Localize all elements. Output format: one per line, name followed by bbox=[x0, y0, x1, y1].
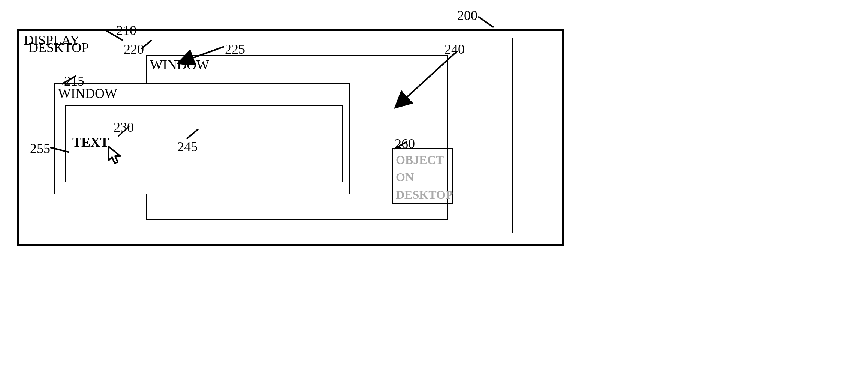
object-on-desktop-line-3: DESKTOP bbox=[396, 186, 449, 203]
ref-255: 255 bbox=[30, 141, 50, 156]
object-on-desktop[interactable]: OBJECT ON DESKTOP bbox=[392, 148, 453, 204]
ref-225: 225 bbox=[225, 41, 245, 57]
ref-245: 245 bbox=[177, 139, 198, 155]
figure-stage: DISPLAY DESKTOP WINDOW TEXT WINDOW TEXT … bbox=[0, 0, 868, 368]
cursor-icon[interactable] bbox=[105, 145, 124, 167]
text-foreground: TEXT bbox=[72, 134, 109, 150]
object-on-desktop-line-1: OBJECT bbox=[396, 151, 449, 168]
leader-tick bbox=[478, 16, 494, 28]
ref-200: 200 bbox=[457, 8, 477, 23]
ref-230: 230 bbox=[114, 119, 134, 135]
object-on-desktop-line-2: ON bbox=[396, 168, 449, 186]
ref-220: 220 bbox=[124, 41, 144, 57]
svg-line-1 bbox=[397, 52, 456, 106]
arrow-225 bbox=[176, 44, 225, 65]
svg-line-0 bbox=[181, 47, 224, 62]
arrow-240 bbox=[391, 50, 459, 110]
desktop-label: DESKTOP bbox=[28, 40, 89, 55]
ref-210: 210 bbox=[116, 23, 136, 38]
